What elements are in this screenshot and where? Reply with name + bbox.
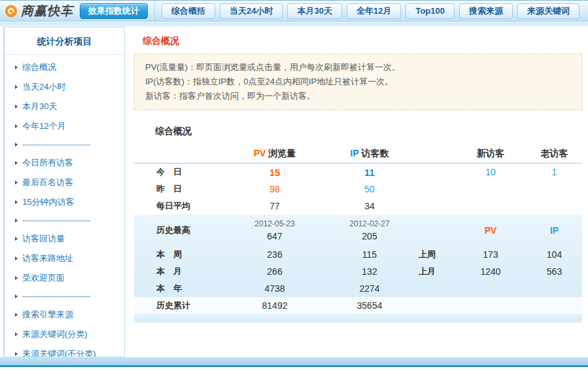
page-footer (0, 357, 588, 371)
col-header-old-visitor: 老访客 (527, 148, 582, 160)
sidebar-item[interactable]: 来源关键词(不分类) (5, 344, 124, 357)
triangle-bullet-icon (15, 219, 18, 222)
header-tab[interactable]: 本月30天 (287, 3, 341, 19)
sidebar-item[interactable]: 搜索引擎来源 (5, 305, 124, 325)
last-week-label: 上周 (419, 249, 455, 260)
header-tab[interactable]: 综合概括 (162, 3, 215, 19)
sidebar-item[interactable]: 今年12个月 (5, 116, 124, 136)
table-row-yesterday: 昨 日 98 50 (134, 181, 582, 198)
sidebar-item-label: -------------------------- (22, 292, 90, 301)
table-row-this-week: 本 周 236 115 上周 173 104 (134, 246, 582, 263)
footer-band (0, 357, 588, 365)
sidebar-menu: 综合概况 当天24小时 本月30天 今年12个月 ---------------… (5, 58, 124, 357)
info-line-pv: PV(流量量)：即页面浏览量或点击量，用户每次刷新即被计算一次。 (145, 60, 571, 75)
sidebar-divider[interactable]: -------------------------- (5, 212, 124, 229)
tab-active-effect-index[interactable]: 效果指数统计 (80, 3, 148, 19)
sidebar-item-label: 搜索引擎来源 (22, 309, 73, 321)
sidebar-item-label: 本月30天 (22, 101, 57, 113)
triangle-bullet-icon (15, 65, 18, 69)
main-content: 综合概况 PV(流量量)：即页面浏览量或点击量，用户每次刷新即被计算一次。 IP… (126, 27, 588, 357)
header-tab[interactable]: 来源关键词 (517, 3, 579, 19)
col-header-ip: IP 访客数 (320, 148, 419, 160)
triangle-bullet-icon (15, 85, 18, 89)
triangle-bullet-icon (15, 352, 18, 356)
table-bottom-strip (134, 314, 582, 323)
last-month-label: 上月 (419, 266, 455, 277)
table-row-history-high: 历史最高 2012-05-23 647 2012-02-27 205 PV IP (134, 215, 582, 246)
top-header-bar: 商赢快车 效果指数统计 综合概括 当天24小时 本月30天 全年12月 Top1… (0, 0, 588, 22)
table-row-this-year: 本 年 4738 2274 (134, 280, 582, 297)
header-tab[interactable]: 全年12月 (347, 3, 401, 19)
sidebar-item[interactable]: 今日所有访客 (5, 153, 124, 173)
table-row-this-month: 本 月 266 132 上月 1240 563 (134, 263, 582, 280)
page-title: 综合概况 (143, 35, 588, 47)
sidebar-divider[interactable]: -------------------------- (5, 136, 124, 153)
sidebar-item-label: 访客回访量 (22, 233, 65, 245)
header-bottom-strip (0, 22, 588, 27)
sidebar-item-label: 访客来路地址 (22, 253, 73, 264)
logo-circle-icon (4, 4, 18, 18)
sidebar-item[interactable]: 访客来路地址 (5, 249, 124, 268)
header-tab[interactable]: 搜索来源 (459, 3, 513, 19)
sidebar-item-label: -------------------------- (22, 216, 90, 225)
history-high-ip-date: 2012-02-27 (320, 218, 419, 230)
sidebar-item-label: 今日所有访客 (22, 157, 73, 169)
triangle-bullet-icon (15, 105, 18, 109)
sidebar-item[interactable]: 当天24小时 (5, 77, 124, 97)
table-row-today: 今 日 15 11 10 1 (134, 164, 582, 181)
history-high-ip-value: 205 (320, 230, 419, 243)
app-logo: 商赢快车 (4, 3, 73, 20)
triangle-bullet-icon (15, 294, 18, 298)
tab-divider (154, 3, 155, 20)
sidebar-divider[interactable]: -------------------------- (5, 288, 124, 305)
sidebar-item-label: 今年12个月 (22, 120, 65, 132)
history-high-pv-value: 647 (229, 230, 320, 243)
table-row-daily-average: 每日平均 77 34 (134, 198, 582, 215)
sidebar-item-label: -------------------------- (22, 140, 90, 149)
col-header-pv: PV 浏览量 (229, 148, 320, 160)
triangle-bullet-icon (15, 161, 18, 165)
header-tab[interactable]: 当天24小时 (220, 3, 283, 19)
triangle-bullet-icon (15, 181, 18, 185)
triangle-bullet-icon (15, 332, 18, 336)
table-row-history-total: 历史累计 81492 35654 (134, 297, 582, 314)
logo-text: 商赢快车 (21, 3, 73, 20)
triangle-bullet-icon (15, 256, 18, 260)
table-section-title: 综合概况 (155, 126, 588, 137)
triangle-bullet-icon (15, 276, 18, 280)
history-high-pv-date: 2012-05-23 (229, 218, 320, 230)
header-tab[interactable]: Top100 (406, 3, 455, 19)
info-line-ip: IP(访客数)：指独立IP数，0点至24点内相同IP地址只被计算一次。 (145, 75, 571, 89)
sidebar-item-label: 来源关键词(不分类) (22, 348, 96, 357)
sidebar-item[interactable]: 综合概况 (5, 58, 124, 77)
col-header-new-visitor: 新访客 (455, 148, 527, 160)
sidebar-item[interactable]: 来源关键词(分类) (5, 325, 124, 344)
sidebar-item[interactable]: 本月30天 (5, 97, 124, 116)
sidebar-item[interactable]: 受欢迎页面 (5, 268, 124, 288)
triangle-bullet-icon (15, 313, 18, 317)
info-line-new-visitor: 新访客：指客户首次访问，即为一个新访客。 (145, 89, 571, 103)
sidebar-item[interactable]: 最后百名访客 (5, 173, 124, 192)
definitions-info-box: PV(流量量)：即页面浏览量或点击量，用户每次刷新即被计算一次。 IP(访客数)… (134, 54, 582, 110)
triangle-bullet-icon (15, 143, 18, 147)
footer-line (0, 365, 588, 367)
sidebar: 统计分析项目 综合概况 当天24小时 本月30天 今年12个月 --------… (3, 27, 125, 357)
sidebar-item-label: 最后百名访客 (22, 177, 73, 188)
sidebar-item-label: 来源关键词(分类) (22, 328, 88, 340)
sidebar-item[interactable]: 访客回访量 (5, 229, 124, 249)
ip-tag: IP (527, 225, 582, 236)
header-tab-group: 综合概括 当天24小时 本月30天 全年12月 Top100 搜索来源 来源关键… (162, 3, 584, 19)
pv-tag: PV (455, 225, 527, 236)
sidebar-title: 统计分析项目 (5, 27, 124, 55)
table-header-row: PV 浏览量 IP 访客数 新访客 老访客 (134, 144, 582, 164)
triangle-bullet-icon (15, 237, 18, 241)
stats-table: PV 浏览量 IP 访客数 新访客 老访客 今 日 15 11 10 1 昨 日… (134, 144, 582, 323)
sidebar-item-label: 15分钟内访客 (22, 196, 74, 208)
triangle-bullet-icon (15, 200, 18, 204)
sidebar-item-label: 当天24小时 (22, 81, 65, 93)
sidebar-item-label: 受欢迎页面 (22, 272, 65, 284)
sidebar-item-label: 综合概况 (22, 62, 56, 73)
sidebar-item[interactable]: 15分钟内访客 (5, 192, 124, 212)
triangle-bullet-icon (15, 124, 18, 128)
